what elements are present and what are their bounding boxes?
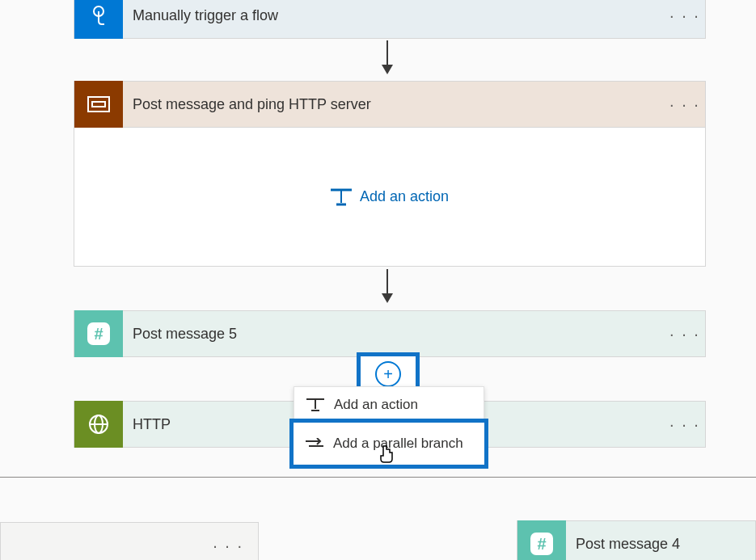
step-menu-button[interactable]: · · ·	[665, 325, 705, 343]
menu-add-parallel-branch[interactable]: Add a parallel branch	[289, 419, 488, 469]
globe-icon	[74, 401, 123, 448]
trigger-title: Manually trigger a flow	[123, 7, 665, 24]
post-message-card[interactable]: # Post message 5 · · ·	[74, 310, 706, 357]
hash-icon: #	[517, 520, 566, 560]
scope-icon	[74, 81, 123, 128]
connector-arrow	[386, 269, 388, 301]
divider	[0, 477, 756, 478]
step-title: Post message 5	[123, 326, 665, 343]
partial-card-left[interactable]: · · ·	[0, 522, 259, 560]
svg-text:#: #	[94, 325, 103, 343]
scope-title: Post message and ping HTTP server	[123, 96, 665, 113]
step-title: Post message 4	[566, 536, 755, 553]
scope-card-header[interactable]: Post message and ping HTTP server · · ·	[74, 81, 706, 128]
menu-add-action-label: Add an action	[334, 397, 418, 413]
trigger-card[interactable]: Manually trigger a flow · · ·	[74, 0, 706, 39]
menu-add-action[interactable]: Add an action	[294, 387, 484, 423]
trigger-menu-button[interactable]: · · ·	[665, 6, 705, 25]
scope-body: Add an action	[74, 128, 706, 267]
connector-arrow	[386, 40, 388, 73]
parallel-branch-icon	[306, 438, 323, 449]
manual-trigger-icon	[74, 0, 123, 39]
svg-rect-2	[92, 102, 105, 107]
scope-menu-button[interactable]: · · ·	[665, 95, 705, 114]
svg-rect-1	[88, 97, 109, 112]
add-action-button[interactable]: Add an action	[331, 188, 449, 206]
insert-action-icon	[331, 188, 352, 206]
add-action-label: Add an action	[360, 188, 449, 205]
step-menu-button[interactable]: · · ·	[665, 415, 705, 434]
svg-text:#: #	[537, 535, 546, 553]
menu-add-parallel-label: Add a parallel branch	[333, 436, 463, 452]
post-message-4-card[interactable]: # Post message 4	[517, 520, 756, 560]
hash-icon: #	[74, 310, 123, 357]
insert-action-icon	[306, 398, 324, 412]
plus-icon: +	[375, 361, 401, 387]
